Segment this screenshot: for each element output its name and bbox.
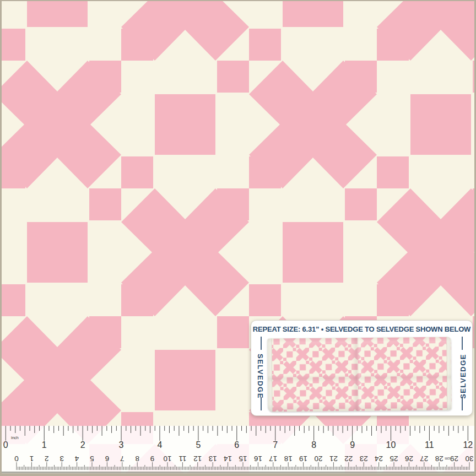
svg-text:6: 6 bbox=[105, 455, 110, 463]
svg-text:1: 1 bbox=[30, 455, 34, 463]
svg-text:8: 8 bbox=[135, 455, 139, 463]
svg-text:4: 4 bbox=[158, 440, 163, 450]
selvedge-divider-line bbox=[462, 337, 463, 350]
svg-text:30: 30 bbox=[465, 455, 473, 463]
frame-edge bbox=[0, 473, 476, 476]
svg-text:21: 21 bbox=[329, 455, 338, 463]
svg-text:5: 5 bbox=[196, 440, 201, 450]
svg-text:6: 6 bbox=[234, 440, 239, 450]
strip-selvedge-edge bbox=[446, 337, 451, 410]
svg-text:19: 19 bbox=[299, 455, 307, 463]
svg-text:17: 17 bbox=[269, 455, 277, 463]
svg-text:0: 0 bbox=[3, 440, 8, 450]
selvedge-label-left: SELVEDGE bbox=[256, 354, 264, 399]
svg-text:inch: inch bbox=[11, 435, 19, 440]
svg-text:12: 12 bbox=[463, 440, 473, 450]
svg-text:3: 3 bbox=[119, 440, 124, 450]
svg-text:11: 11 bbox=[425, 440, 434, 450]
svg-text:12: 12 bbox=[193, 455, 202, 463]
svg-text:7: 7 bbox=[273, 440, 278, 450]
svg-text:cm: cm bbox=[445, 457, 450, 461]
selvedge-divider-line bbox=[261, 337, 262, 350]
fabric-swatch-image: REPEAT SIZE: 6.31” • SELVEDGE TO SELVEDG… bbox=[0, 0, 476, 476]
svg-text:4: 4 bbox=[74, 455, 79, 463]
svg-text:20: 20 bbox=[314, 455, 322, 463]
svg-text:2: 2 bbox=[80, 440, 85, 450]
selvedge-divider-line bbox=[261, 397, 262, 410]
fabric-strip-photo bbox=[267, 337, 451, 412]
svg-text:23: 23 bbox=[360, 455, 368, 463]
ruler: 0123456789101112inch30292827262524232221… bbox=[0, 426, 476, 474]
ruler-scales: 0123456789101112inch30292827262524232221… bbox=[0, 426, 476, 474]
frame-edge bbox=[0, 0, 2, 476]
svg-text:10: 10 bbox=[386, 440, 396, 450]
svg-text:0: 0 bbox=[14, 455, 19, 463]
svg-text:7: 7 bbox=[120, 455, 125, 463]
svg-text:16: 16 bbox=[254, 455, 262, 463]
frame-edge bbox=[0, 0, 476, 1]
strip-selvedge-edge bbox=[267, 338, 272, 412]
svg-text:8: 8 bbox=[311, 440, 316, 450]
svg-text:1: 1 bbox=[42, 440, 47, 450]
svg-text:5: 5 bbox=[90, 455, 94, 463]
svg-text:26: 26 bbox=[405, 455, 413, 463]
repeat-size-text: REPEAT SIZE: 6.31” • SELVEDGE TO SELVEDG… bbox=[251, 325, 472, 333]
svg-text:28: 28 bbox=[435, 455, 443, 463]
selvedge-label-right: SELVEDGE bbox=[459, 354, 467, 399]
svg-text:13: 13 bbox=[209, 455, 217, 463]
svg-text:24: 24 bbox=[375, 455, 383, 463]
svg-text:9: 9 bbox=[350, 440, 355, 450]
svg-text:29: 29 bbox=[450, 455, 458, 463]
svg-text:22: 22 bbox=[344, 455, 353, 463]
svg-text:10: 10 bbox=[163, 455, 171, 463]
svg-text:14: 14 bbox=[224, 455, 232, 463]
svg-text:11: 11 bbox=[178, 455, 186, 463]
svg-text:18: 18 bbox=[284, 455, 293, 463]
selvedge-divider-line bbox=[462, 397, 463, 410]
svg-text:3: 3 bbox=[60, 455, 64, 463]
svg-text:15: 15 bbox=[239, 455, 247, 463]
svg-text:9: 9 bbox=[150, 455, 155, 463]
svg-text:27: 27 bbox=[420, 455, 428, 463]
svg-text:25: 25 bbox=[390, 455, 398, 463]
fabric-strip-pattern bbox=[271, 337, 451, 412]
repeat-info-card: REPEAT SIZE: 6.31” • SELVEDGE TO SELVEDG… bbox=[251, 320, 473, 416]
svg-text:2: 2 bbox=[45, 455, 49, 463]
